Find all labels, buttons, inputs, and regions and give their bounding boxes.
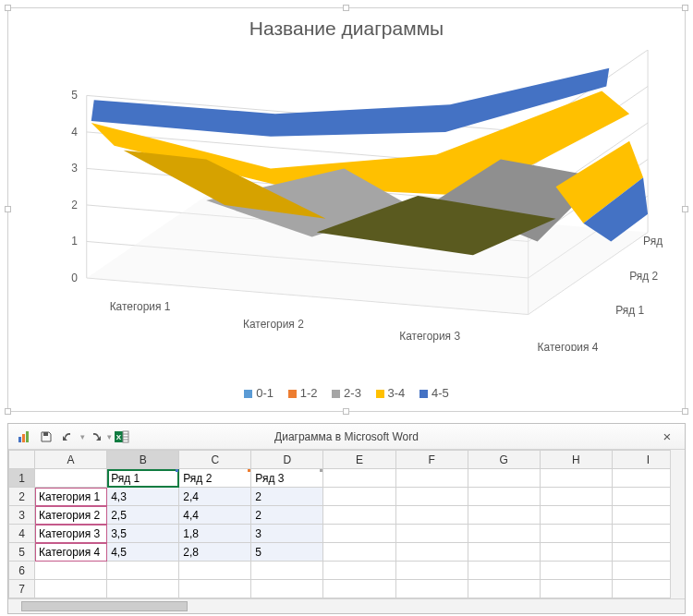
- row-header[interactable]: 6: [9, 562, 35, 580]
- y-series: Ряд 3: [643, 235, 666, 248]
- col-header[interactable]: A: [35, 451, 107, 469]
- cell[interactable]: [540, 562, 612, 580]
- resize-handle[interactable]: [5, 206, 11, 212]
- undo-icon[interactable]: [58, 427, 79, 447]
- cell[interactable]: [540, 488, 612, 506]
- row-header[interactable]: 5: [9, 543, 35, 562]
- cell[interactable]: [251, 580, 323, 598]
- x-category: Категория 2: [243, 318, 304, 331]
- col-header[interactable]: E: [323, 451, 395, 469]
- cell[interactable]: 2,8: [179, 543, 251, 562]
- plot-area[interactable]: 0 1 2 3 4 5 Категория 1 Категория 2 Кате…: [41, 50, 666, 351]
- col-header[interactable]: D: [251, 451, 323, 469]
- close-button[interactable]: ×: [655, 429, 679, 444]
- cell[interactable]: 4,3: [107, 488, 179, 506]
- cell[interactable]: [540, 506, 612, 525]
- svg-rect-26: [26, 431, 29, 442]
- cell[interactable]: [251, 562, 323, 580]
- resize-handle[interactable]: [5, 5, 11, 11]
- scrollbar-thumb[interactable]: [21, 601, 188, 611]
- cell[interactable]: [468, 469, 540, 488]
- cell[interactable]: [468, 543, 540, 562]
- cell[interactable]: [395, 506, 468, 525]
- chart-panel[interactable]: Название диаграммы: [7, 7, 686, 412]
- cell[interactable]: [323, 469, 395, 488]
- cell[interactable]: [468, 580, 540, 598]
- cell[interactable]: Категория 4: [35, 543, 107, 562]
- col-header[interactable]: C: [179, 451, 251, 469]
- cell[interactable]: Категория 2: [35, 506, 107, 525]
- cell[interactable]: [395, 525, 468, 543]
- cell[interactable]: [540, 580, 612, 598]
- resize-handle[interactable]: [5, 408, 11, 415]
- select-all-corner[interactable]: [9, 451, 35, 469]
- cell[interactable]: [35, 580, 107, 598]
- cell[interactable]: [468, 488, 540, 506]
- chart-icon[interactable]: [14, 427, 34, 447]
- cell[interactable]: [540, 543, 612, 562]
- col-header[interactable]: B: [107, 451, 179, 469]
- spreadsheet-grid[interactable]: A B C D E F G H I 1 Ряд 1 Ряд 2 Ряд 3 2 …: [8, 450, 685, 598]
- cell[interactable]: [395, 580, 468, 598]
- cell[interactable]: 2: [251, 488, 323, 506]
- cell[interactable]: 3: [251, 525, 323, 543]
- cell[interactable]: [468, 525, 540, 543]
- legend-item: 4-5: [419, 386, 449, 400]
- resize-handle[interactable]: [682, 5, 688, 11]
- cell[interactable]: [468, 506, 540, 525]
- row-header[interactable]: 7: [9, 580, 35, 598]
- cell[interactable]: [35, 562, 107, 580]
- cell[interactable]: Ряд 2: [179, 469, 251, 488]
- row-header[interactable]: 1: [9, 469, 35, 488]
- cell[interactable]: 1,8: [179, 525, 251, 543]
- horizontal-scrollbar[interactable]: [8, 598, 685, 613]
- cell[interactable]: Ряд 3: [251, 469, 323, 488]
- cell[interactable]: [395, 469, 468, 488]
- cell[interactable]: 2,5: [107, 506, 179, 525]
- cell[interactable]: [323, 562, 395, 580]
- resize-handle[interactable]: [682, 408, 688, 415]
- cell[interactable]: 2: [251, 506, 323, 525]
- cell[interactable]: 4,5: [107, 543, 179, 562]
- cell[interactable]: [107, 562, 179, 580]
- cell[interactable]: [540, 469, 612, 488]
- cell[interactable]: [395, 488, 468, 506]
- resize-handle[interactable]: [343, 408, 349, 415]
- cell[interactable]: [179, 562, 251, 580]
- resize-handle[interactable]: [343, 5, 349, 11]
- cell[interactable]: 3,5: [107, 525, 179, 543]
- col-header[interactable]: F: [395, 451, 468, 469]
- cell[interactable]: 2,4: [179, 488, 251, 506]
- cell[interactable]: [323, 525, 395, 543]
- svg-rect-27: [43, 432, 48, 436]
- cell[interactable]: 4,4: [179, 506, 251, 525]
- cell[interactable]: [540, 525, 612, 543]
- chart-title[interactable]: Название диаграммы: [8, 8, 685, 40]
- resize-handle[interactable]: [682, 206, 688, 212]
- cell[interactable]: [323, 488, 395, 506]
- cell[interactable]: [395, 543, 468, 562]
- col-header[interactable]: G: [468, 451, 540, 469]
- redo-icon[interactable]: [85, 427, 105, 447]
- cell[interactable]: Категория 1: [35, 488, 107, 506]
- z-tick: 0: [71, 272, 78, 284]
- cell[interactable]: [35, 469, 107, 488]
- cell[interactable]: 5: [251, 543, 323, 562]
- cell[interactable]: [323, 580, 395, 598]
- cell[interactable]: Категория 3: [35, 525, 107, 543]
- cell[interactable]: [323, 543, 395, 562]
- row-header[interactable]: 3: [9, 506, 35, 525]
- cell[interactable]: [395, 562, 468, 580]
- excel-icon[interactable]: X: [112, 427, 132, 447]
- cell[interactable]: [107, 580, 179, 598]
- save-icon[interactable]: [36, 427, 56, 447]
- cell[interactable]: [179, 580, 251, 598]
- z-tick: 5: [71, 89, 78, 102]
- cell-active[interactable]: Ряд 1: [107, 469, 179, 488]
- row-header[interactable]: 4: [9, 525, 35, 543]
- row-header[interactable]: 2: [9, 488, 35, 506]
- vertical-scrollbar[interactable]: [670, 450, 685, 598]
- col-header[interactable]: H: [540, 451, 612, 469]
- cell[interactable]: [468, 562, 540, 580]
- cell[interactable]: [323, 506, 395, 525]
